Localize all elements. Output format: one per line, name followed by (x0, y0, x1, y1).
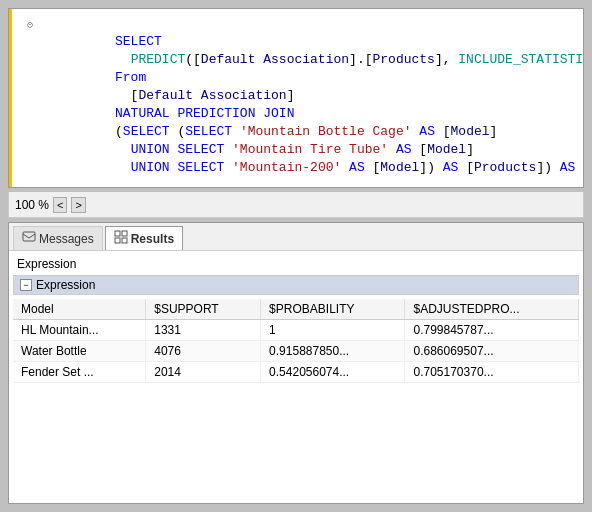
table-header-row: Model $SUPPORT $PROBABILITY $ADJUSTEDPRO… (13, 299, 579, 320)
table-row: Fender Set ... 2014 0.542056074... 0.705… (13, 362, 579, 383)
table-body: HL Mountain... 1331 1 0.799845787... Wat… (13, 320, 579, 383)
zoom-level: 100 % (15, 198, 49, 212)
cell-prob-2: 0.542056074... (261, 362, 405, 383)
svg-rect-3 (115, 238, 120, 243)
col-header-adjusted: $ADJUSTEDPRO... (405, 299, 579, 320)
col-header-model: Model (13, 299, 146, 320)
code-line-3: From (37, 51, 584, 69)
cell-adj-1: 0.686069507... (405, 341, 579, 362)
code-content: ⊝ SELECT PREDICT([Default Association].[… (9, 9, 583, 166)
tab-results[interactable]: Results (105, 226, 183, 250)
cell-adj-0: 0.799845787... (405, 320, 579, 341)
col-header-support: $SUPPORT (146, 299, 261, 320)
svg-rect-0 (23, 232, 35, 241)
cell-support-2: 2014 (146, 362, 261, 383)
zoom-left-btn[interactable]: < (53, 197, 67, 213)
code-line-2: PREDICT([Default Association].[Products]… (37, 33, 584, 51)
results-panel: Messages Results Expression − (8, 222, 584, 504)
expression-header: Expression (13, 255, 579, 273)
table-row: Water Bottle 4076 0.915887850... 0.68606… (13, 341, 579, 362)
cell-support-1: 4076 (146, 341, 261, 362)
expression-group-header: − Expression (14, 276, 578, 294)
code-line-5: NATURAL PREDICTION JOIN (37, 87, 584, 105)
code-line-4: [Default Association] (37, 69, 584, 87)
expression-collapse-btn[interactable]: − (20, 279, 32, 291)
zoom-right-btn[interactable]: > (71, 197, 85, 213)
code-line-6: (SELECT (SELECT 'Mountain Bottle Cage' A… (37, 105, 584, 123)
tab-messages-label: Messages (39, 232, 94, 246)
zoom-bar: 100 % < > (8, 192, 584, 218)
code-editor: ⊝ SELECT PREDICT([Default Association].[… (8, 8, 584, 188)
results-content: Expression − Expression Model $SUPPORT $… (9, 251, 583, 503)
tab-results-label: Results (131, 232, 174, 246)
code-line-1: SELECT (37, 15, 584, 33)
cell-adj-2: 0.705170370... (405, 362, 579, 383)
expression-group-label: Expression (36, 278, 95, 292)
expression-group: − Expression (13, 275, 579, 295)
main-container: ⊝ SELECT PREDICT([Default Association].[… (0, 0, 592, 512)
svg-rect-4 (122, 238, 127, 243)
tabs-bar: Messages Results (9, 223, 583, 251)
svg-rect-2 (122, 231, 127, 236)
code-line-7: UNION SELECT 'Mountain Tire Tube' AS [Mo… (37, 123, 584, 141)
cell-model-2: Fender Set ... (13, 362, 146, 383)
cell-model-0: HL Mountain... (13, 320, 146, 341)
message-icon (22, 230, 36, 247)
code-line-8: UNION SELECT 'Mountain-200' AS [Model]) … (37, 141, 584, 159)
line-gutter: ⊝ (9, 15, 37, 160)
grid-icon (114, 230, 128, 247)
cell-prob-0: 1 (261, 320, 405, 341)
cell-prob-1: 0.915887850... (261, 341, 405, 362)
yellow-margin (9, 9, 12, 187)
svg-rect-1 (115, 231, 120, 236)
tab-messages[interactable]: Messages (13, 226, 103, 250)
col-header-probability: $PROBABILITY (261, 299, 405, 320)
gutter-collapse[interactable]: ⊝ (27, 16, 33, 34)
cell-model-1: Water Bottle (13, 341, 146, 362)
data-table: Model $SUPPORT $PROBABILITY $ADJUSTEDPRO… (13, 299, 579, 383)
code-lines: SELECT PREDICT([Default Association].[Pr… (37, 15, 584, 160)
table-row: HL Mountain... 1331 1 0.799845787... (13, 320, 579, 341)
cell-support-0: 1331 (146, 320, 261, 341)
